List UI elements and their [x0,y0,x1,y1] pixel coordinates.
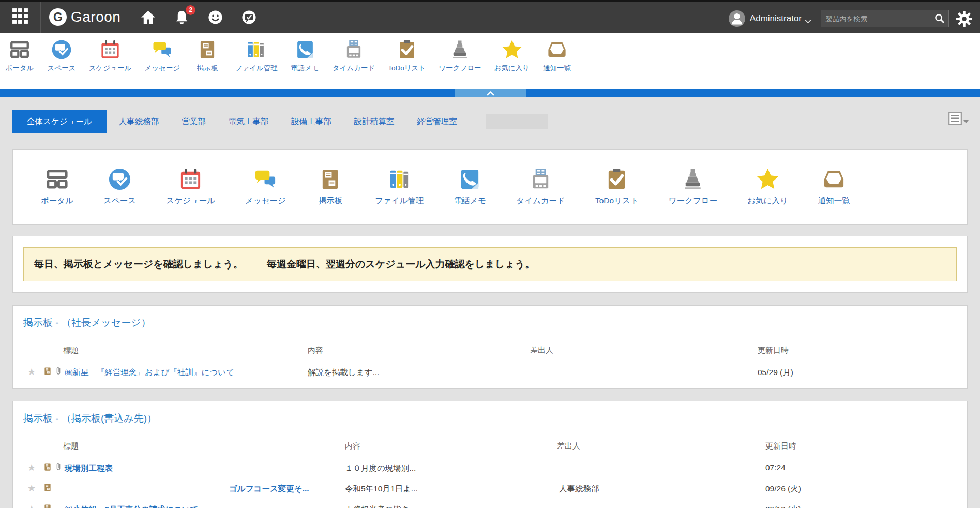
notifications-icon [546,39,568,61]
app-message[interactable]: メッセージ [145,39,180,73]
tab-setsubi-koujibu[interactable]: 設備工事部 [291,110,331,133]
chat-check-icon [241,18,257,27]
settings-button[interactable] [956,10,973,27]
app-label: ワークフロー [439,64,481,73]
todo-icon [605,167,629,191]
app-label: 掲示板 [319,196,343,206]
workflow-icon [681,167,705,191]
bulletin-icon [197,39,218,61]
app-favorites[interactable]: お気に入り [747,167,788,206]
app-file[interactable]: ファイル管理 [235,39,277,73]
star-icon[interactable]: ★ [27,503,36,508]
timecard-icon [529,167,553,191]
board-panel-president-message: 掲示板 - （社長メッセージ） 標題 内容 差出人 更新日時 ★ ㈱新星 『経営… [12,305,968,389]
search-input[interactable] [821,15,934,23]
app-timecard[interactable]: タイムカード [516,167,565,206]
topbar: G Garoon 2 Administrator [0,0,980,33]
board-item-link[interactable]: ㈱新星 『経営理念』および『社訓』について [65,367,234,378]
list-icon [948,112,962,127]
tab-zentai-schedule[interactable]: 全体スケジュール [12,110,107,133]
app-schedule[interactable]: スケジュール [89,39,132,73]
bulletin-icon [318,167,342,191]
smiley-icon [207,18,223,27]
message-icon [253,167,278,191]
app-todo[interactable]: ToDoリスト [595,167,639,206]
board-item-sender: 人事総務部 [559,484,599,495]
timecard-icon [343,39,365,61]
board-section-title[interactable]: 掲示板 - （社長メッセージ） [13,313,967,338]
emoji-button[interactable] [207,9,223,25]
app-notifications[interactable]: 通知一覧 [818,167,850,206]
star-icon[interactable]: ★ [27,462,36,473]
app-label: ポータル [6,64,34,73]
board-header-row: 標題 内容 差出人 更新日時 [13,434,967,458]
notice-text-2: 毎週金曜日、翌週分のスケジュール入力確認をしましょう。 [267,258,535,271]
message-icon [152,39,173,61]
app-workflow[interactable]: ワークフロー [439,39,481,73]
app-bulletin[interactable]: 掲示板 [193,39,222,73]
notifications-bell-button[interactable]: 2 [174,9,190,25]
board-header-row: 標題 内容 差出人 更新日時 [13,338,967,362]
board-item-link[interactable]: ㈱小竹組 9月工事分の請求について [65,504,198,508]
home-button[interactable] [140,9,156,25]
column-header-updated: 更新日時 [765,441,796,451]
app-timecard[interactable]: タイムカード [333,39,375,73]
app-portal[interactable]: ポータル [41,167,73,206]
portal-icon [45,167,69,191]
board-item-updated: 05/29 (月) [758,367,793,378]
app-phone-memo[interactable]: 電話メモ [291,39,320,73]
board-item-link[interactable]: ゴルフコース変更そ... [229,484,309,495]
bulletin-mini-icon [43,461,52,472]
user-name[interactable]: Administrator [750,13,802,24]
app-label: メッセージ [145,64,180,73]
favorites-icon [501,39,523,61]
board-row: ★ ㈱小竹組 9月工事分の請求について 工務担当者の皆さ 09/19 (火) [13,499,967,508]
star-icon[interactable]: ★ [27,366,36,378]
app-workflow[interactable]: ワークフロー [669,167,717,206]
schedule-icon [99,39,121,61]
user-avatar[interactable] [728,10,746,27]
column-header-content: 内容 [308,346,323,355]
caret-down-icon [963,120,969,123]
portal-icon [9,39,31,61]
app-label: スペース [103,196,136,206]
app-space[interactable]: スペース [47,39,76,73]
bulletin-mini-icon [43,366,52,377]
tab-eigyoubu[interactable]: 営業部 [182,110,206,133]
portal-tab-bar: 全体スケジュール 人事総務部 営業部 電気工事部 設備工事部 設計積算室 経営管… [0,97,980,140]
app-label: スケジュール [89,64,132,73]
tab-sekkei-sekisanshitsu[interactable]: 設計積算室 [354,110,395,133]
app-label: 掲示板 [197,64,218,73]
chevron-down-icon[interactable] [805,17,811,21]
app-message[interactable]: メッセージ [245,167,286,206]
app-nav-bar: ポータル スペース スケジュール メッセージ 掲示板 ファイル管理 電話メモ タ… [0,33,980,89]
app-schedule[interactable]: スケジュール [166,167,215,206]
app-label: タイムカード [516,196,565,206]
app-bulletin[interactable]: 掲示板 [316,167,345,206]
garoon-logo[interactable]: G Garoon [49,8,120,26]
app-notifications[interactable]: 通知一覧 [542,39,571,73]
app-portal[interactable]: ポータル [5,39,34,73]
app-space[interactable]: スペース [103,167,136,206]
portal-list-button[interactable] [948,112,969,127]
board-row: ★ ㈱新星 『経営理念』および『社訓』について 解説を掲載します... 05/2… [13,362,967,383]
tab-keiei-kanrishitsu[interactable]: 経営管理室 [417,110,457,133]
phone-memo-icon [294,39,316,61]
app-todo[interactable]: ToDoリスト [388,39,426,73]
search-icon[interactable] [934,13,945,24]
workflow-icon [449,39,471,61]
app-launcher-button[interactable] [0,2,41,33]
app-label: ToDoリスト [595,196,639,206]
app-file[interactable]: ファイル管理 [375,167,424,206]
board-item-link[interactable]: 現場別工程表 [65,463,113,474]
collapse-appbar-button[interactable] [455,89,526,97]
board-section-title[interactable]: 掲示板 - （掲示板(書込み先)） [13,409,967,434]
app-favorites[interactable]: お気に入り [494,39,529,73]
board-item-updated: 09/19 (火) [765,504,801,508]
tab-jinji-soumubu[interactable]: 人事総務部 [119,110,159,133]
app-phone-memo[interactable]: 電話メモ [454,167,486,206]
star-icon[interactable]: ★ [27,483,36,494]
schedule-icon [178,167,203,191]
feedback-button[interactable] [241,9,257,25]
tab-denki-koujibu[interactable]: 電気工事部 [229,110,269,133]
